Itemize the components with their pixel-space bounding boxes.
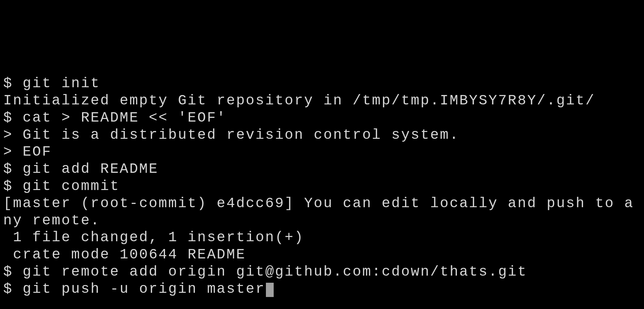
terminal-current-line: $ git push -u origin master [3,281,265,297]
terminal-line: [master (root-commit) e4dcc69] You can e… [3,195,641,229]
terminal-line: $ git add README [3,160,641,178]
terminal-line: crate mode 100644 README [3,246,641,263]
terminal-line: > Git is a distributed revision control … [3,126,641,144]
terminal-output[interactable]: $ git initInitialized empty Git reposito… [3,75,641,297]
cursor-icon [266,283,274,297]
terminal-line: $ git init [3,75,641,92]
terminal-line: $ git remote add origin git@github.com:c… [3,263,641,280]
terminal-line: Initialized empty Git repository in /tmp… [3,92,641,109]
terminal-line: > EOF [3,143,641,160]
terminal-line: 1 file changed, 1 insertion(+) [3,229,641,246]
terminal-line: $ cat > README << 'EOF' [3,109,641,126]
terminal-line: $ git commit [3,178,641,195]
